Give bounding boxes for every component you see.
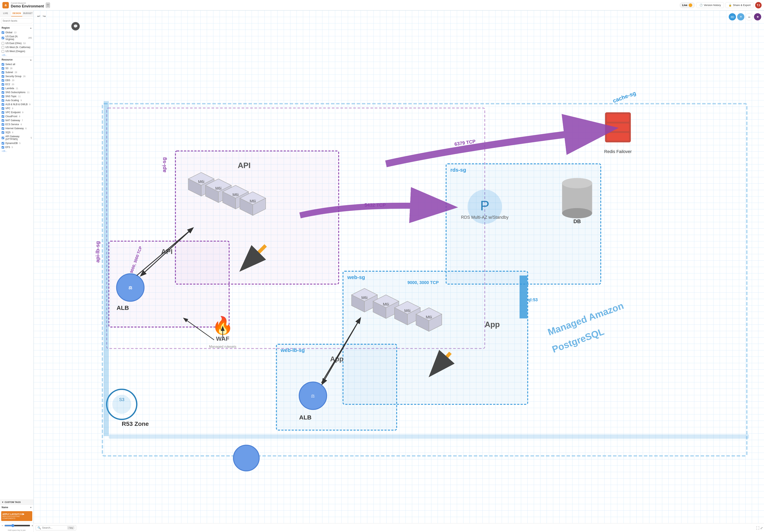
version-history-button[interactable]: 🕐 Version history — [696, 2, 724, 8]
filter-global[interactable]: Global 13 — [0, 31, 34, 35]
undo-redo-controls: ↩ ↪ — [37, 13, 47, 19]
apply-layout-button[interactable]: APPLY LAYOUT 298 ▶ REPLACE EXISTING COMP… — [1, 511, 32, 521]
star-button[interactable]: ★ — [754, 13, 761, 20]
filter-alb-nlb-gwlb-checkbox[interactable] — [2, 103, 4, 106]
infinity-button[interactable]: ∞ — [746, 13, 753, 20]
expand-button[interactable]: ⛶ — [756, 526, 759, 530]
chevron-down-icon: ▼ — [2, 501, 4, 503]
search-facets-input[interactable] — [3, 19, 33, 22]
name-section-header[interactable]: Name ▼ — [0, 505, 34, 510]
undo-button[interactable]: ↩ — [37, 13, 41, 19]
filter-us-west-ncal[interactable]: US West (N. California) — [0, 45, 34, 49]
filter-lambda[interactable]: Lambda 11 — [0, 86, 34, 90]
filter-nat-gateway[interactable]: NAT Gateway 7 — [0, 118, 34, 122]
filter-select-all[interactable]: Select all — [0, 62, 34, 66]
user-avatar[interactable]: TJ — [755, 2, 762, 8]
filter-internet-gateway[interactable]: Internet Gateway 6 — [0, 126, 34, 130]
filter-vpc-checkbox[interactable] — [2, 107, 4, 110]
filter-cloudfront[interactable]: CloudFront 8 — [0, 114, 34, 118]
filter-ebs[interactable]: EBS 20 — [0, 78, 34, 82]
bottom-search-input[interactable] — [42, 526, 66, 529]
filter-security-group-checkbox[interactable] — [2, 75, 4, 78]
filter-cloudfront-checkbox[interactable] — [2, 115, 4, 118]
filter-sns-topic[interactable]: SNS Topic 11 — [0, 94, 34, 98]
menu-button[interactable]: ☰ — [46, 3, 50, 8]
filter-sqs-checkbox[interactable] — [2, 131, 4, 134]
custom-tags-header[interactable]: ▼ CUSTOM TAGS — [0, 500, 34, 505]
filter-dynamodb-checkbox[interactable] — [2, 142, 4, 145]
filter-subnet-checkbox[interactable] — [2, 71, 4, 74]
share-export-button[interactable]: 🔒 Share & Export — [725, 2, 754, 8]
filter-us-east-virginia-checkbox[interactable] — [2, 37, 4, 39]
filter-alb-nlb-gwlb[interactable]: ALB & NLB & GWLB 9 — [0, 102, 34, 106]
svg-text:9000, 3000 TCP: 9000, 3000 TCP — [407, 280, 439, 285]
filter-ecs-service-checkbox[interactable] — [2, 123, 4, 126]
tab-design[interactable]: DESIGN — [11, 10, 22, 16]
search-facets-box: 🔍 — [1, 18, 32, 23]
region-section-header[interactable]: Region ▲ — [0, 25, 34, 31]
svg-point-85 — [234, 445, 259, 471]
filter-us-west-oregon[interactable]: US West (Oregon) — [0, 49, 34, 53]
live-button[interactable]: Live — [679, 2, 695, 8]
filter-api-gateway-checkbox[interactable] — [2, 137, 4, 139]
filter-sns-topic-checkbox[interactable] — [2, 95, 4, 98]
filter-sns-subscriptions[interactable]: SNS Subscriptions 11 — [0, 90, 34, 94]
filter-s3[interactable]: S3 28 — [0, 66, 34, 70]
filter-us-east-ohio-checkbox[interactable] — [2, 42, 4, 45]
resource-section-header[interactable]: Resource ▲ — [0, 57, 34, 62]
search-shortcut-key: / key — [67, 526, 74, 529]
filter-sns-subscriptions-checkbox[interactable] — [2, 91, 4, 94]
main-layout: LIVE DESIGN BUDGET 🔍 Region ▲ Global 13 … — [0, 10, 764, 532]
filter-ec2-checkbox[interactable] — [2, 83, 4, 86]
filter-select-all-checkbox[interactable] — [2, 63, 4, 66]
filter-security-group[interactable]: Security Group 26 — [0, 74, 34, 78]
tab-budget[interactable]: BUDGET — [22, 10, 34, 16]
filter-lambda-checkbox[interactable] — [2, 87, 4, 90]
svg-text:api-lb-sg: api-lb-sg — [95, 241, 100, 263]
filter-auto-scaling-checkbox[interactable] — [2, 99, 4, 102]
redo-button[interactable]: ↪ — [42, 13, 47, 19]
filter-internet-gateway-checkbox[interactable] — [2, 127, 4, 130]
filter-ebs-checkbox[interactable] — [2, 79, 4, 82]
filter-dynamodb[interactable]: DynamoDB 5 — [0, 141, 34, 145]
svg-text:web-lb-sg: web-lb-sg — [281, 347, 305, 353]
filter-nat-gateway-checkbox[interactable] — [2, 119, 4, 122]
region-more-button[interactable]: +25... — [0, 53, 34, 57]
3d-toggle-button[interactable]: 3D — [729, 13, 736, 20]
canvas-area[interactable]: ↩ ↪ 💬 3D ☀ ∞ ★ — [34, 10, 764, 532]
filter-us-west-oregon-checkbox[interactable] — [2, 50, 4, 53]
filter-vpc-endpoint[interactable]: VPC Endpoint 9 — [0, 110, 34, 114]
name-chevron-down-icon: ▼ — [30, 506, 32, 509]
fullscreen-button[interactable]: ⤢ — [760, 526, 763, 530]
filter-ecs-service[interactable]: ECS Service 6 — [0, 122, 34, 126]
filter-auto-scaling[interactable]: Auto Scaling 9 — [0, 98, 34, 102]
svg-text:api-sg: api-sg — [161, 157, 167, 172]
resource-more-button[interactable]: +26... — [0, 149, 34, 153]
sun-button[interactable]: ☀ — [737, 13, 744, 20]
filter-us-east-virginia[interactable]: US East (N. Virginia) 285 — [0, 35, 34, 41]
svg-text:M6i: M6i — [215, 186, 221, 191]
tab-live[interactable]: LIVE — [0, 10, 11, 16]
filter-us-east-ohio[interactable]: US East (Ohio) 53 — [0, 41, 34, 45]
filter-efs-checkbox[interactable] — [2, 146, 4, 149]
zoom-slider[interactable] — [4, 524, 30, 527]
filter-subnet[interactable]: Subnet 28 — [0, 70, 34, 74]
svg-text:ALB: ALB — [299, 414, 311, 421]
zoom-in-button[interactable]: + — [31, 524, 34, 528]
filter-sqs[interactable]: SQS 6 — [0, 130, 34, 134]
chat-bubble[interactable]: 💬 — [71, 22, 80, 31]
resource-chevron-up-icon: ▲ — [30, 59, 32, 61]
chevron-right-icon: ▶ — [23, 513, 24, 515]
filter-s3-checkbox[interactable] — [2, 67, 4, 70]
filter-api-gateway[interactable]: API Gateway (HTTP/WS) 5 — [0, 134, 34, 141]
filter-efs[interactable]: EFS 5 — [0, 145, 34, 149]
sidebar: LIVE DESIGN BUDGET 🔍 Region ▲ Global 13 … — [0, 10, 34, 532]
svg-rect-4 — [607, 114, 629, 122]
filter-us-west-ncal-checkbox[interactable] — [2, 46, 4, 49]
zoom-out-button[interactable]: − — [1, 524, 4, 528]
filter-ec2[interactable]: EC2 20 — [0, 82, 34, 86]
filter-global-checkbox[interactable] — [2, 31, 4, 34]
filter-vpc-endpoint-checkbox[interactable] — [2, 111, 4, 114]
svg-rect-6 — [607, 133, 629, 141]
filter-vpc[interactable]: VPC 9 — [0, 106, 34, 110]
